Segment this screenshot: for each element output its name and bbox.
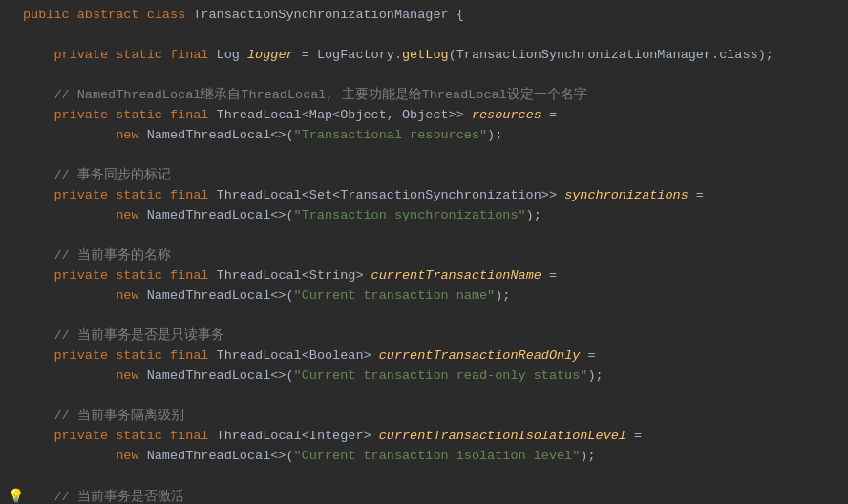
code-line bbox=[0, 146, 848, 166]
line-text: // 事务同步的标记 bbox=[23, 166, 838, 186]
token-kw: new bbox=[116, 368, 138, 383]
token-plain bbox=[23, 108, 53, 122]
token-italic-orange: synchronizations bbox=[564, 188, 689, 202]
token-plain: ThreadLocal<Set<TransactionSynchronizati… bbox=[208, 188, 564, 202]
token-comment: // NamedThreadLocal继承自ThreadLocal, 主要功能是… bbox=[53, 88, 586, 102]
token-plain: ); bbox=[495, 288, 510, 303]
token-kw: abstract bbox=[77, 8, 139, 22]
line-text: new NamedThreadLocal<>("Transactional re… bbox=[23, 126, 838, 146]
token-plain bbox=[23, 48, 53, 62]
line-text bbox=[23, 226, 838, 246]
line-text: private static final ThreadLocal<Map<Obj… bbox=[23, 106, 838, 126]
token-plain: NamedThreadLocal<>( bbox=[139, 128, 294, 142]
line-text: private static final ThreadLocal<Boolean… bbox=[23, 346, 838, 367]
code-line bbox=[0, 66, 848, 86]
token-plain bbox=[162, 268, 170, 283]
token-plain: NamedThreadLocal<>( bbox=[139, 368, 294, 383]
code-line: private static final ThreadLocal<String>… bbox=[0, 266, 848, 286]
token-plain: = LogFactory. bbox=[294, 48, 402, 62]
token-plain: NamedThreadLocal<>( bbox=[139, 208, 294, 222]
token-kw: private bbox=[53, 108, 108, 122]
token-plain bbox=[139, 8, 147, 22]
token-string: "Transaction synchronizations" bbox=[294, 208, 526, 222]
token-kw: final bbox=[170, 108, 209, 122]
token-plain bbox=[23, 490, 53, 504]
code-line: // 当前事务是否是只读事务 bbox=[0, 326, 848, 346]
token-plain bbox=[23, 328, 53, 343]
token-plain: ThreadLocal<Boolean> bbox=[208, 348, 378, 363]
token-plain bbox=[23, 128, 116, 142]
token-kw: class bbox=[147, 8, 186, 22]
token-plain bbox=[23, 348, 53, 363]
line-text bbox=[23, 467, 838, 487]
code-line: private static final ThreadLocal<Set<Tra… bbox=[0, 186, 848, 206]
line-text: new NamedThreadLocal<>("Current transact… bbox=[23, 286, 838, 306]
bulb-icon: 💡 bbox=[8, 487, 24, 504]
token-plain bbox=[23, 188, 53, 202]
token-italic-orange: resources bbox=[472, 108, 541, 122]
line-text: private static final ThreadLocal<Integer… bbox=[23, 427, 838, 447]
token-italic-orange: currentTransactionReadOnly bbox=[379, 348, 581, 363]
token-kw: private bbox=[53, 268, 108, 283]
token-plain bbox=[23, 449, 116, 463]
token-kw: new bbox=[116, 128, 138, 142]
token-plain bbox=[23, 248, 53, 262]
token-kw: final bbox=[170, 429, 209, 443]
code-line bbox=[0, 467, 848, 487]
token-string: "Current transaction name" bbox=[294, 288, 496, 303]
code-line: // NamedThreadLocal继承自ThreadLocal, 主要功能是… bbox=[0, 86, 848, 106]
line-text bbox=[23, 26, 838, 46]
token-kw: new bbox=[116, 208, 138, 222]
token-kw: final bbox=[170, 348, 209, 363]
token-string: "Current transaction isolation level" bbox=[294, 449, 581, 463]
token-plain: ThreadLocal<Integer> bbox=[208, 429, 378, 443]
token-plain: = bbox=[580, 348, 595, 363]
token-comment: // 当前事务是否是只读事务 bbox=[53, 328, 223, 343]
token-comment: // 当前事务是否激活 bbox=[53, 490, 183, 504]
line-text: // 当前事务的名称 bbox=[23, 246, 838, 266]
token-kw: static bbox=[116, 268, 162, 283]
token-plain: ); bbox=[487, 128, 502, 142]
token-comment: // 事务同步的标记 bbox=[53, 168, 170, 182]
code-line bbox=[0, 26, 848, 46]
token-comment: // 当前事务的名称 bbox=[53, 248, 170, 262]
code-line: // 当前事务隔离级别 bbox=[0, 407, 848, 427]
token-kw: final bbox=[170, 188, 209, 202]
token-plain bbox=[23, 409, 53, 423]
token-plain: = bbox=[541, 108, 557, 122]
token-kw: public bbox=[23, 8, 70, 22]
code-line: private static final ThreadLocal<Integer… bbox=[0, 427, 848, 447]
code-line: new NamedThreadLocal<>("Transaction sync… bbox=[0, 206, 848, 226]
token-kw: private bbox=[53, 48, 108, 62]
code-line: new NamedThreadLocal<>("Current transact… bbox=[0, 447, 848, 467]
token-method: getLog bbox=[402, 48, 449, 62]
token-kw: private bbox=[53, 429, 108, 443]
token-plain: NamedThreadLocal<>( bbox=[139, 288, 294, 303]
token-kw: private bbox=[53, 348, 108, 363]
token-kw: final bbox=[170, 48, 209, 62]
line-text: private static final ThreadLocal<String>… bbox=[23, 266, 838, 286]
token-plain bbox=[162, 188, 170, 202]
line-text bbox=[23, 387, 838, 407]
token-plain bbox=[162, 429, 170, 443]
token-plain: ); bbox=[587, 368, 603, 383]
line-text: // 当前事务是否激活 bbox=[23, 488, 838, 504]
token-plain bbox=[23, 88, 53, 102]
code-line: new NamedThreadLocal<>("Current transact… bbox=[0, 367, 848, 387]
token-plain bbox=[23, 268, 53, 283]
code-line: public abstract class TransactionSynchro… bbox=[0, 6, 848, 26]
code-editor: public abstract class TransactionSynchro… bbox=[0, 0, 848, 504]
code-line bbox=[0, 306, 848, 326]
token-kw: static bbox=[116, 188, 162, 202]
token-kw: static bbox=[116, 348, 162, 363]
token-kw: new bbox=[116, 288, 138, 303]
token-plain bbox=[70, 8, 77, 22]
code-line: private static final ThreadLocal<Boolean… bbox=[0, 346, 848, 367]
line-text bbox=[23, 146, 838, 166]
code-line: new NamedThreadLocal<>("Transactional re… bbox=[0, 126, 848, 146]
token-kw: new bbox=[116, 449, 138, 463]
code-line: 💡 // 当前事务是否激活 bbox=[0, 487, 848, 504]
token-plain: ); bbox=[526, 208, 541, 222]
token-string: "Transactional resources" bbox=[294, 128, 488, 142]
token-plain: TransactionSynchronizationManager { bbox=[185, 8, 464, 22]
